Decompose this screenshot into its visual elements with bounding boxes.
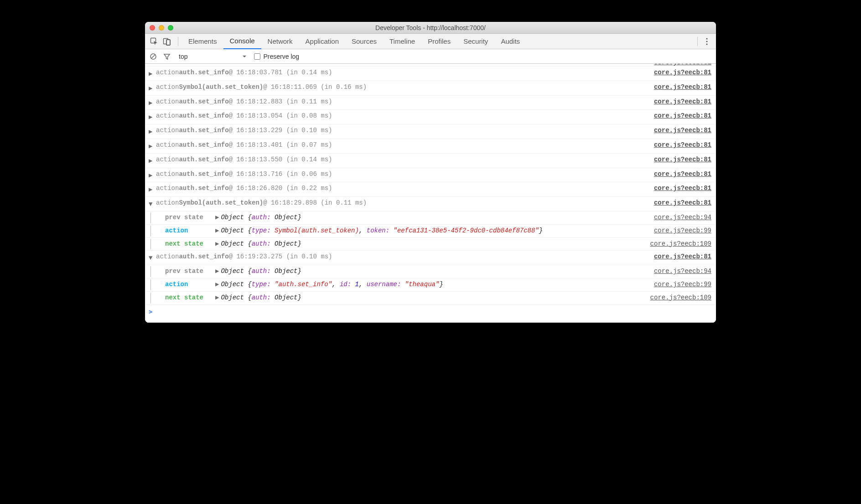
log-row: ▼action Symbol(auth.set_token) @ 16:18:2… [145, 197, 716, 211]
tab-audits[interactable]: Audits [494, 34, 526, 49]
log-prev-state: prev state▶Object {auth: Object}core.js?… [145, 211, 716, 225]
close-button[interactable] [150, 25, 155, 31]
next-state-value: Object {auth: Object} [221, 293, 643, 303]
source-link[interactable]: core.js?eecb:81 [654, 140, 711, 152]
expand-object-toggle[interactable]: ▶ [215, 266, 219, 277]
svg-point-6 [706, 43, 707, 45]
tab-separator [178, 37, 178, 46]
preserve-log-checkbox[interactable] [254, 53, 260, 60]
source-link[interactable]: core.js?eecb:81 [654, 82, 711, 94]
source-link[interactable]: core.js?eecb:81 [654, 97, 711, 109]
source-link[interactable]: core.js?eecb:81 [654, 67, 711, 80]
next-state-label: next state [165, 239, 215, 250]
action-label: action [165, 226, 215, 237]
expand-object-toggle[interactable]: ▶ [215, 226, 219, 237]
expand-object-toggle[interactable]: ▶ [215, 279, 219, 290]
source-link[interactable]: core.js?eecb:81 [654, 125, 711, 138]
tab-security[interactable]: Security [457, 34, 494, 49]
svg-line-8 [151, 55, 155, 58]
svg-rect-2 [166, 40, 170, 45]
console-output: core.js?eecb:81 ▶action auth.set_info @ … [145, 64, 716, 323]
source-link[interactable]: core.js?eecb:99 [654, 279, 711, 290]
log-message: action auth.set_info @ 16:18:13.229 (in … [156, 125, 647, 138]
filter-icon[interactable] [162, 53, 171, 60]
zoom-button[interactable] [168, 25, 173, 31]
log-action: action▶Object {type: Symbol(auth.set_tok… [145, 225, 716, 238]
source-link[interactable]: core.js?eecb:109 [650, 239, 711, 250]
source-link[interactable]: core.js?eecb:109 [650, 293, 711, 303]
tab-profiles[interactable]: Profiles [421, 34, 457, 49]
source-link[interactable]: core.js?eecb:81 [654, 154, 711, 167]
source-link[interactable]: core.js?eecb:81 [654, 111, 711, 123]
minimize-button[interactable] [159, 25, 164, 31]
tab-network[interactable]: Network [261, 34, 299, 49]
expand-toggle[interactable]: ▶ [149, 140, 156, 152]
log-message: action Symbol(auth.set_token) @ 16:18:29… [156, 198, 647, 210]
expand-toggle[interactable]: ▶ [149, 154, 156, 167]
console-prompt[interactable]: > [145, 305, 716, 323]
log-message: action auth.set_info @ 16:18:13.401 (in … [156, 140, 647, 152]
tab-separator [697, 37, 698, 46]
expand-toggle[interactable]: ▶ [149, 97, 156, 109]
console-filter-bar: top Preserve log [145, 49, 716, 64]
tab-elements[interactable]: Elements [182, 34, 223, 49]
source-link[interactable]: core.js?eecb:81 [654, 169, 711, 181]
log-row: ▶action auth.set_info @ 16:18:13.054 (in… [145, 110, 716, 124]
log-message: action auth.set_info @ 16:19:23.275 (in … [156, 252, 647, 264]
expand-object-toggle[interactable]: ▶ [215, 293, 219, 303]
log-row: ▶action auth.set_info @ 16:18:13.550 (in… [145, 154, 716, 168]
context-selector-label: top [179, 53, 187, 60]
prev-state-value: Object {auth: Object} [221, 266, 647, 277]
chevron-down-icon [242, 53, 247, 60]
expand-object-toggle[interactable]: ▶ [215, 239, 219, 250]
log-message: action auth.set_info @ 16:18:13.716 (in … [156, 169, 647, 181]
log-message: action auth.set_info @ 16:18:13.054 (in … [156, 111, 647, 123]
log-row: ▶action auth.set_info @ 16:18:13.401 (in… [145, 139, 716, 154]
log-next-state: next state▶Object {auth: Object}core.js?… [145, 238, 716, 251]
clear-console-icon[interactable] [149, 53, 158, 60]
expand-toggle[interactable]: ▶ [149, 125, 156, 138]
expand-toggle[interactable]: ▶ [149, 169, 156, 181]
source-link[interactable]: core.js?eecb:94 [654, 266, 711, 277]
source-link[interactable]: core.js?eecb:94 [654, 212, 711, 223]
collapse-toggle[interactable]: ▼ [149, 252, 156, 264]
next-state-label: next state [165, 293, 215, 303]
device-toggle-icon[interactable] [161, 36, 172, 47]
inspect-element-icon[interactable] [149, 36, 160, 47]
log-row: ▶action auth.set_info @ 16:18:12.883 (in… [145, 96, 716, 110]
titlebar: Developer Tools - http://localhost:7000/ [145, 22, 716, 34]
log-next-state: next state▶Object {auth: Object}core.js?… [145, 292, 716, 305]
tab-application[interactable]: Application [299, 34, 345, 49]
prompt-caret-icon: > [149, 307, 152, 318]
log-action: action▶Object {type: "auth.set_info", id… [145, 278, 716, 292]
log-row: ▶action auth.set_info @ 16:18:03.781 (in… [145, 67, 716, 81]
log-message: action auth.set_info @ 16:18:26.820 (in … [156, 183, 647, 195]
source-link[interactable]: core.js?eecb:81 [654, 183, 711, 195]
tab-timeline[interactable]: Timeline [383, 34, 421, 49]
expand-toggle[interactable]: ▶ [149, 111, 156, 123]
expand-toggle[interactable]: ▶ [149, 82, 156, 94]
log-row: ▶action Symbol(auth.set_token) @ 16:18:1… [145, 81, 716, 96]
log-row: ▶action auth.set_info @ 16:18:13.229 (in… [145, 124, 716, 139]
expand-toggle[interactable]: ▶ [149, 183, 156, 195]
tab-console[interactable]: Console [223, 34, 261, 49]
source-link[interactable]: core.js?eecb:81 [654, 252, 711, 264]
preserve-log-label: Preserve log [263, 53, 299, 60]
prev-state-label: prev state [165, 266, 215, 277]
collapse-toggle[interactable]: ▼ [149, 198, 156, 210]
preserve-log-toggle[interactable]: Preserve log [254, 53, 299, 60]
log-row: ▼action auth.set_info @ 16:19:23.275 (in… [145, 251, 716, 265]
log-message: action auth.set_info @ 16:18:03.781 (in … [156, 67, 647, 80]
tab-sources[interactable]: Sources [345, 34, 383, 49]
log-prev-state: prev state▶Object {auth: Object}core.js?… [145, 265, 716, 278]
log-row: ▶action auth.set_info @ 16:18:26.820 (in… [145, 182, 716, 197]
more-menu-icon[interactable] [701, 38, 712, 45]
log-message: action auth.set_info @ 16:18:13.550 (in … [156, 154, 647, 167]
context-selector[interactable]: top [176, 53, 249, 60]
action-label: action [165, 279, 215, 290]
log-message: action auth.set_info @ 16:18:12.883 (in … [156, 97, 647, 109]
source-link[interactable]: core.js?eecb:99 [654, 226, 711, 237]
source-link[interactable]: core.js?eecb:81 [654, 198, 711, 210]
expand-object-toggle[interactable]: ▶ [215, 212, 219, 223]
expand-toggle[interactable]: ▶ [149, 67, 156, 80]
